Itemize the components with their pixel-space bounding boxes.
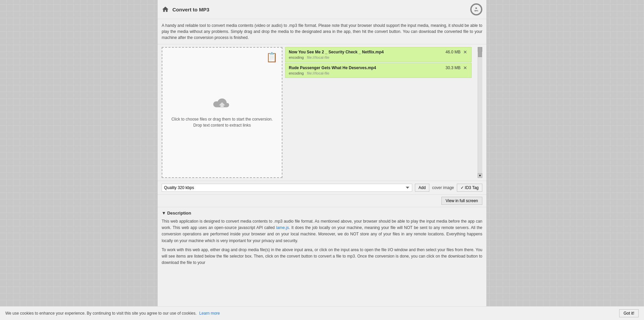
file-item: Rude Passenger Gets What He Deserves.mp4… bbox=[285, 63, 472, 78]
description-para-1: This web application is designed to conv… bbox=[162, 218, 482, 244]
fullscreen-bar: View in full screen bbox=[158, 194, 486, 207]
remove-file-button[interactable]: ✕ bbox=[463, 65, 468, 71]
scrollbar-track: ▲ ▼ bbox=[478, 47, 482, 178]
encoding-label: encoding bbox=[289, 71, 304, 75]
description-body: This web application is designed to conv… bbox=[162, 218, 482, 266]
home-icon[interactable] bbox=[162, 6, 169, 13]
lame-js-link[interactable]: lame.js bbox=[276, 225, 289, 230]
fullscreen-button[interactable]: View in full screen bbox=[441, 197, 483, 205]
file-size: 46.0 MB bbox=[445, 50, 461, 54]
cover-image-label: cover image bbox=[432, 185, 454, 190]
file-item: Now You See Me 2 _ Security Check _ Netf… bbox=[285, 47, 472, 62]
page-title: Convert to MP3 bbox=[172, 7, 470, 12]
remove-file-button[interactable]: ✕ bbox=[463, 49, 468, 55]
description-section: Description This web application is desi… bbox=[158, 207, 486, 272]
got-it-button[interactable]: Got it! bbox=[619, 309, 639, 317]
encoding-path: file:///local-file bbox=[307, 71, 329, 75]
cookie-text: We use cookies to enhance your experienc… bbox=[5, 311, 197, 316]
content-area: 📋 Click to choose files or drag them to … bbox=[158, 44, 486, 181]
file-list-container: Now You See Me 2 _ Security Check _ Netf… bbox=[285, 47, 482, 178]
id3-tag-button[interactable]: ✓ ID3 Tag bbox=[457, 184, 482, 192]
scrollbar-thumb[interactable] bbox=[478, 47, 482, 57]
description-para-2: To work with this web app, either drag a… bbox=[162, 247, 482, 266]
svg-point-0 bbox=[471, 4, 481, 14]
cloud-upload-icon bbox=[213, 97, 231, 113]
file-name: Rude Passenger Gets What He Deserves.mp4 bbox=[289, 65, 443, 70]
file-list: Now You See Me 2 _ Security Check _ Netf… bbox=[285, 47, 477, 178]
svg-text:▶: ▶ bbox=[476, 7, 477, 9]
scroll-down-button[interactable]: ▼ bbox=[478, 173, 482, 178]
drop-zone[interactable]: 📋 Click to choose files or drag them to … bbox=[162, 47, 282, 178]
file-size: 30.3 MB bbox=[445, 65, 461, 70]
intro-text: A handy and reliable tool to convert med… bbox=[158, 19, 486, 44]
quality-select[interactable]: Quality 320 kbps Quality 256 kbps Qualit… bbox=[162, 184, 412, 192]
cookie-bar: We use cookies to enhance your experienc… bbox=[0, 306, 644, 320]
app-logo: ▶ MP3 bbox=[470, 3, 482, 15]
encoding-path: file:///local-file bbox=[307, 55, 329, 59]
drop-zone-text: Click to choose files or drag them to st… bbox=[162, 116, 282, 128]
add-cover-image-button[interactable]: Add bbox=[415, 184, 429, 192]
clipboard-icon: 📋 bbox=[266, 52, 278, 63]
encoding-label: encoding bbox=[289, 55, 304, 59]
description-header[interactable]: Description bbox=[162, 211, 482, 216]
bottom-toolbar: Quality 320 kbps Quality 256 kbps Qualit… bbox=[158, 181, 486, 194]
learn-more-link[interactable]: Learn more bbox=[199, 311, 220, 316]
header: Convert to MP3 ▶ MP3 bbox=[158, 0, 486, 19]
main-container: Convert to MP3 ▶ MP3 A handy and reliabl… bbox=[158, 0, 486, 320]
svg-text:MP3: MP3 bbox=[475, 10, 478, 12]
file-name: Now You See Me 2 _ Security Check _ Netf… bbox=[289, 50, 443, 54]
